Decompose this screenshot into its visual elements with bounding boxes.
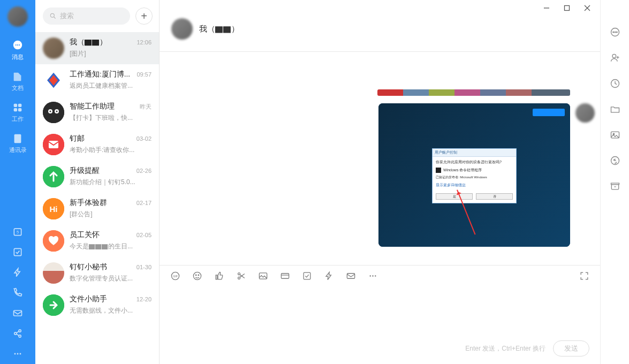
nav-docs[interactable]: 文档 <box>0 65 35 96</box>
conv-avatar <box>43 262 64 284</box>
svg-rect-12 <box>14 310 22 316</box>
task-button[interactable] <box>302 271 312 281</box>
flash-icon <box>324 271 334 281</box>
conversation-item[interactable]: 我（▇▇）12:06[图片] <box>35 32 159 64</box>
maximize-button[interactable] <box>558 1 575 16</box>
svg-point-51 <box>375 275 376 276</box>
nav-contacts[interactable]: 通讯录 <box>0 127 35 158</box>
conversation-item[interactable]: Hi新手体验群02-17[群公告] <box>35 193 159 225</box>
rail-phone[interactable] <box>0 283 35 303</box>
nav-label: 通讯录 <box>9 146 27 154</box>
search-icon <box>49 12 57 20</box>
svg-rect-48 <box>347 274 354 279</box>
conversation-item[interactable]: 钉钉小秘书01-30数字化管理专员认证... <box>35 257 159 289</box>
add-user-icon <box>610 52 620 63</box>
conv-time: 12-20 <box>137 296 151 302</box>
thumbs-up-icon <box>214 271 224 281</box>
conv-time: 12:06 <box>137 39 151 46</box>
message-thumbstrip <box>165 89 595 96</box>
conv-avatar <box>43 102 64 123</box>
checkbox-icon <box>12 247 23 257</box>
more-icon <box>368 271 378 281</box>
scissors-icon <box>236 271 246 281</box>
conv-avatar <box>43 70 64 91</box>
conversation-item[interactable]: 工作通知:厦门博...09:57返岗员工健康档案管... <box>35 64 159 96</box>
more-tools-button[interactable] <box>368 271 378 281</box>
ding-button[interactable] <box>324 271 334 281</box>
rail-calendar[interactable]: 5 <box>0 222 35 242</box>
svg-point-53 <box>612 32 613 33</box>
history-button[interactable] <box>610 78 620 91</box>
nav-label: 消息 <box>12 53 24 61</box>
rail-share[interactable] <box>0 323 35 344</box>
mail-icon <box>346 271 356 281</box>
like-button[interactable] <box>214 271 224 281</box>
link-button[interactable] <box>610 155 620 168</box>
gallery-button[interactable] <box>610 130 620 142</box>
message-scroll[interactable]: 用户账户控制 你要允许此应用对你的设备进行更改吗? Windows 命令处理程序… <box>160 52 600 265</box>
folder-button[interactable] <box>610 104 620 117</box>
conv-title: 我（▇▇） <box>70 37 107 47</box>
gif-icon: GIF <box>170 271 180 281</box>
minimize-button[interactable] <box>538 1 555 16</box>
rail-more[interactable] <box>0 344 35 364</box>
rail-check[interactable] <box>0 242 35 262</box>
svg-rect-5 <box>18 104 21 107</box>
chat-info-button[interactable] <box>610 27 620 40</box>
conv-subtitle: 今天是▇▇▇的生日... <box>70 242 151 251</box>
conv-title: 智能工作助理 <box>70 102 115 111</box>
image-button[interactable] <box>258 271 268 281</box>
search-input[interactable]: 搜索 <box>43 7 130 25</box>
svg-text:5: 5 <box>17 230 19 234</box>
conv-subtitle: 考勤小助手:请查收你... <box>70 146 151 155</box>
svg-point-21 <box>43 102 64 123</box>
close-button[interactable] <box>579 1 596 16</box>
flash-icon <box>12 267 23 278</box>
svg-point-55 <box>616 32 617 33</box>
svg-rect-47 <box>304 272 310 279</box>
archive-button[interactable] <box>610 181 620 194</box>
send-button[interactable]: 发送 <box>553 340 589 357</box>
chat-avatar[interactable] <box>171 18 193 40</box>
nav-messages[interactable]: 消息 <box>0 34 35 65</box>
image-message[interactable]: 用户账户控制 你要允许此应用对你的设备进行更改吗? Windows 命令处理程序… <box>378 103 570 247</box>
my-avatar[interactable] <box>7 6 28 27</box>
nav-work[interactable]: 工作 <box>0 96 35 127</box>
conv-time: 02-17 <box>137 200 151 206</box>
svg-point-39 <box>193 272 201 279</box>
svg-point-40 <box>195 275 196 276</box>
conv-time: 03-02 <box>137 135 151 142</box>
card-button[interactable] <box>280 271 290 281</box>
svg-point-2 <box>17 44 18 46</box>
expand-button[interactable] <box>579 271 589 281</box>
compose-input[interactable]: Enter 发送，Ctrl+Enter 换行 发送 <box>160 286 600 364</box>
rail-mail[interactable] <box>0 303 35 323</box>
conv-subtitle: 新功能介绍｜钉钉5.0... <box>70 178 151 187</box>
emoji-button[interactable] <box>192 271 202 281</box>
scissors-button[interactable] <box>236 271 246 281</box>
mail-button[interactable] <box>346 271 356 281</box>
search-placeholder: 搜索 <box>60 11 74 21</box>
sender-avatar[interactable] <box>575 103 595 123</box>
add-member-button[interactable] <box>610 52 620 65</box>
link-icon <box>610 155 620 166</box>
conversation-item[interactable]: 文件小助手12-20无需数据线，文件小... <box>35 289 159 321</box>
image-thumbnail[interactable] <box>377 89 570 96</box>
clock-icon <box>610 78 620 89</box>
conv-title: 新手体验群 <box>70 198 107 208</box>
calendar-icon: 5 <box>12 226 23 237</box>
conversation-item[interactable]: 员工关怀02-05今天是▇▇▇的生日... <box>35 225 159 257</box>
conv-subtitle: [图片] <box>70 49 151 58</box>
gif-button[interactable]: GIF <box>170 271 180 281</box>
mail-icon <box>12 308 23 318</box>
svg-point-24 <box>50 111 51 112</box>
conversation-item[interactable]: 钉邮03-02考勤小助手:请查收你... <box>35 128 159 161</box>
conv-subtitle: [群公告] <box>70 210 151 219</box>
svg-rect-8 <box>14 134 21 143</box>
conversation-item[interactable]: 智能工作助理昨天【打卡】下班啦，快... <box>35 96 159 128</box>
checkbox-icon <box>302 271 312 281</box>
conv-avatar: Hi <box>43 198 64 219</box>
rail-flash[interactable] <box>0 262 35 283</box>
new-chat-button[interactable]: + <box>135 7 153 25</box>
conversation-item[interactable]: 升级提醒02-26新功能介绍｜钉钉5.0... <box>35 161 159 193</box>
